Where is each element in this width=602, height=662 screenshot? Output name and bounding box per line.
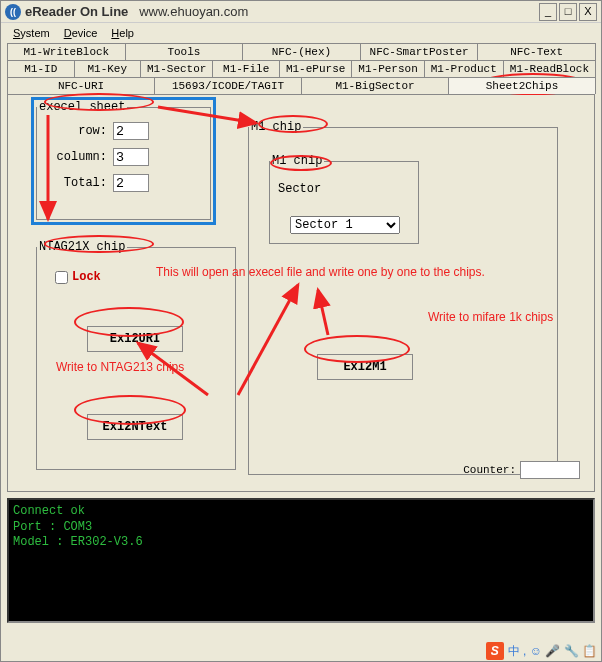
- tab-m1-readblock[interactable]: M1-ReadBlock: [503, 60, 596, 77]
- tabs-row-3: NFC-URI 15693/ICODE/TAGIT M1-BigSector S…: [1, 77, 601, 94]
- menu-help[interactable]: Help: [105, 25, 140, 41]
- maximize-button[interactable]: □: [559, 3, 577, 21]
- tabs-row-1: M1-WriteBlock Tools NFC-(Hex) NFC-SmartP…: [1, 43, 601, 60]
- ime-icon[interactable]: S: [486, 642, 504, 660]
- tab-m1-bigsector[interactable]: M1-BigSector: [301, 77, 449, 94]
- titlebar: (( eReader On Line www.ehuoyan.com _ □ X: [1, 1, 601, 23]
- lock-checkbox[interactable]: [55, 271, 68, 284]
- column-input[interactable]: [113, 148, 149, 166]
- counter-row: Counter:: [463, 461, 580, 479]
- m1-legend: M1 chip: [249, 120, 303, 134]
- console-output: Connect ok Port : COM3 Model : ER302-V3.…: [7, 498, 595, 623]
- counter-label: Counter:: [463, 464, 516, 476]
- m1-inner-group: M1 chip Sector Sector 1: [269, 154, 419, 244]
- tab-m1-writeblock[interactable]: M1-WriteBlock: [7, 43, 126, 60]
- tab-nfc-text[interactable]: NFC-Text: [477, 43, 596, 60]
- tab-nfc-hex[interactable]: NFC-(Hex): [242, 43, 361, 60]
- close-button[interactable]: X: [579, 3, 597, 21]
- tab-nfc-uri[interactable]: NFC-URI: [7, 77, 155, 94]
- total-input[interactable]: [113, 174, 149, 192]
- tab-tools[interactable]: Tools: [125, 43, 244, 60]
- m1-inner-legend: M1 chip: [270, 154, 324, 168]
- ntag-chip-group: NTAG21X chip Lock Exl2URI Exl2NText: [36, 240, 236, 470]
- window-title: eReader On Line www.ehuoyan.com: [25, 4, 539, 19]
- tab-m1-key[interactable]: M1-Key: [74, 60, 142, 77]
- column-label: column:: [47, 150, 107, 164]
- tabs-row-2: M1-ID M1-Key M1-Sector M1-File M1-ePurse…: [1, 60, 601, 77]
- menu-system[interactable]: System: [7, 25, 56, 41]
- row-input[interactable]: [113, 122, 149, 140]
- excel-legend: execel sheet: [37, 100, 127, 114]
- app-icon: ((: [5, 4, 21, 20]
- sector-select[interactable]: Sector 1: [290, 216, 400, 234]
- console-line-3: Model : ER302-V3.6: [13, 535, 589, 551]
- tab-m1-epurse[interactable]: M1-ePurse: [279, 60, 352, 77]
- exl2m1-button[interactable]: Exl2M1: [317, 354, 413, 380]
- exl2uri-button[interactable]: Exl2URI: [87, 326, 183, 352]
- menubar: System Device Help: [1, 23, 601, 43]
- tab-m1-sector[interactable]: M1-Sector: [140, 60, 213, 77]
- app-window: (( eReader On Line www.ehuoyan.com _ □ X…: [0, 0, 602, 662]
- tab-m1-id[interactable]: M1-ID: [7, 60, 75, 77]
- ntag-legend: NTAG21X chip: [37, 240, 127, 254]
- sector-label: Sector: [278, 182, 321, 196]
- total-label: Total:: [47, 176, 107, 190]
- console-line-1: Connect ok: [13, 504, 589, 520]
- tab-sheet2chips[interactable]: Sheet2Chips: [448, 77, 596, 94]
- lock-label: Lock: [72, 270, 101, 284]
- menu-device[interactable]: Device: [58, 25, 104, 41]
- exl2ntext-button[interactable]: Exl2NText: [87, 414, 183, 440]
- tray-icons[interactable]: 中 , ☺ 🎤 🔧 📋: [508, 643, 597, 660]
- counter-input[interactable]: [520, 461, 580, 479]
- system-tray: S 中 , ☺ 🎤 🔧 📋: [486, 642, 597, 660]
- tab-content: execel sheet row: column: Total: M1 chip…: [7, 94, 595, 492]
- tab-m1-person[interactable]: M1-Person: [351, 60, 424, 77]
- tab-nfc-smartposter[interactable]: NFC-SmartPoster: [360, 43, 479, 60]
- minimize-button[interactable]: _: [539, 3, 557, 21]
- excel-sheet-group: execel sheet row: column: Total:: [36, 100, 211, 220]
- row-label: row:: [47, 124, 107, 138]
- tab-m1-product[interactable]: M1-Product: [424, 60, 504, 77]
- console-line-2: Port : COM3: [13, 520, 589, 536]
- tab-m1-file[interactable]: M1-File: [212, 60, 280, 77]
- tab-15693[interactable]: 15693/ICODE/TAGIT: [154, 77, 302, 94]
- m1-chip-group: M1 chip M1 chip Sector Sector 1 Exl2M1: [248, 120, 558, 475]
